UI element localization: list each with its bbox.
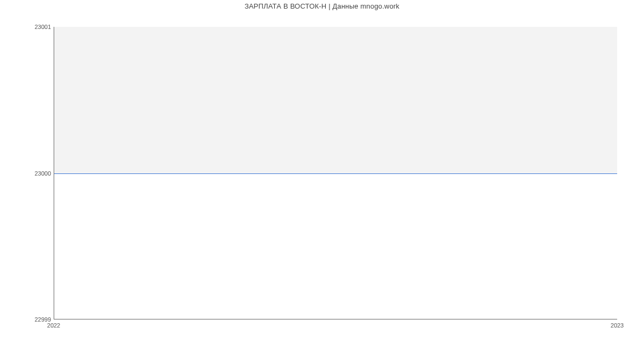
y-axis-line — [54, 27, 54, 319]
chart-container: ЗАРПЛАТА В ВОСТОК-Н | Данные mnogo.work … — [0, 0, 644, 349]
chart-title: ЗАРПЛАТА В ВОСТОК-Н | Данные mnogo.work — [0, 2, 644, 10]
y-tick-label: 23001 — [34, 24, 51, 30]
area-fill — [54, 27, 617, 173]
data-line — [54, 173, 617, 174]
x-axis-line — [54, 319, 617, 319]
plot-area — [54, 27, 617, 319]
x-tick-label: 2023 — [611, 322, 624, 329]
x-tick-label: 2022 — [47, 322, 60, 329]
y-tick-label: 23000 — [34, 170, 51, 177]
